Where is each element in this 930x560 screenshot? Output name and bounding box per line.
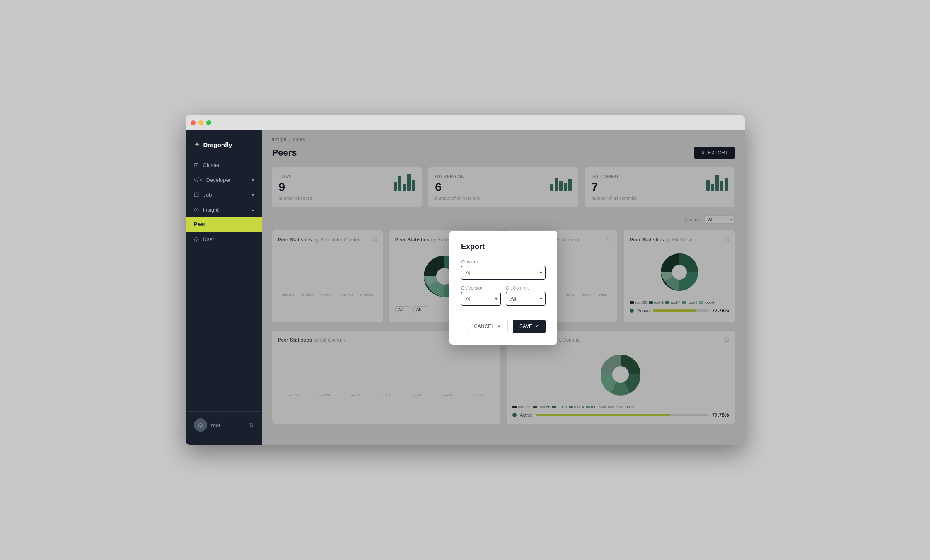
sidebar-user: ◎ root [194,418,220,432]
sidebar-item-insight[interactable]: ◎ Insight ▴ [186,202,262,217]
chevron-insight-icon: ▴ [252,208,254,212]
avatar-icon: ◎ [198,422,203,428]
sidebar-item-job[interactable]: ☐ Job ▾ [186,187,262,202]
app-body: ✦ Dragonfly ⊞ Cluster </> Developer ▾ [186,130,745,445]
cancel-icon: ✕ [497,323,501,329]
save-icon: ✓ [535,323,539,329]
modal-gitcommit-label: Git Commit [506,285,546,290]
sidebar-label-user: User [203,236,214,242]
job-icon: ☐ [194,191,199,198]
sidebar-label-job: Job [203,192,212,198]
cancel-button[interactable]: CANCEL ✕ [467,320,508,333]
sidebar-label-insight: Insight [203,207,219,213]
modal-gitcommit-field: Git Commit All ▾ [506,285,546,306]
sidebar-label-developer: Developer [206,177,231,183]
sidebar-label-peer: Peer [194,221,205,227]
export-modal: Export Clusters All cluster-1 cluster-2 … [449,231,557,345]
modal-gitversion-select[interactable]: All [461,292,501,306]
titlebar [186,115,745,130]
modal-clusters-label: Clusters [461,259,546,264]
developer-icon: </> [194,176,202,183]
insight-icon: ◎ [194,206,199,213]
close-button[interactable] [191,120,196,125]
modal-title: Export [461,242,546,251]
logo: ✦ Dragonfly [186,137,262,157]
modal-clusters-field: Clusters All cluster-1 cluster-2 ▾ [461,259,546,280]
traffic-lights [191,120,211,125]
chevron-developer-icon: ▾ [252,178,254,182]
sidebar-item-user[interactable]: ◎ User [186,232,262,246]
chevron-job-icon: ▾ [252,193,254,197]
logo-icon: ✦ [194,140,200,149]
save-label: SAVE [519,323,532,329]
avatar: ◎ [194,418,207,432]
modal-gitversion-label: Git Version [461,285,501,290]
modal-actions: CANCEL ✕ SAVE ✓ [461,320,546,333]
cancel-label: CANCEL [474,323,494,329]
sidebar-item-cluster[interactable]: ⊞ Cluster [186,157,262,172]
sidebar-item-peer[interactable]: Peer [186,217,262,232]
maximize-button[interactable] [206,120,211,125]
sidebar-nav: ⊞ Cluster </> Developer ▾ ☐ Job [186,157,262,411]
sidebar-item-developer[interactable]: </> Developer ▾ [186,172,262,187]
minimize-button[interactable] [198,120,203,125]
username: root [211,422,220,428]
modal-version-commit-row: Git Version All ▾ Git Commit [461,285,546,311]
sidebar-label-cluster: Cluster [203,162,220,168]
save-button[interactable]: SAVE ✓ [513,320,546,333]
user-icon: ◎ [194,236,199,242]
modal-overlay: Export Clusters All cluster-1 cluster-2 … [262,130,745,445]
sidebar: ✦ Dragonfly ⊞ Cluster </> Developer ▾ [186,130,262,445]
modal-gitversion-field: Git Version All ▾ [461,285,501,306]
modal-clusters-select[interactable]: All cluster-1 cluster-2 [461,266,546,280]
expand-user-icon[interactable]: ⇅ [249,422,254,428]
app-window: ✦ Dragonfly ⊞ Cluster </> Developer ▾ [186,115,745,445]
modal-gitcommit-select[interactable]: All [506,292,546,306]
cluster-icon: ⊞ [194,162,199,168]
main-content: insight / peers Peers ⬇ EXPORT Total 9 [262,130,745,445]
sidebar-footer: ◎ root ⇅ [186,411,262,438]
logo-text: Dragonfly [203,141,232,148]
